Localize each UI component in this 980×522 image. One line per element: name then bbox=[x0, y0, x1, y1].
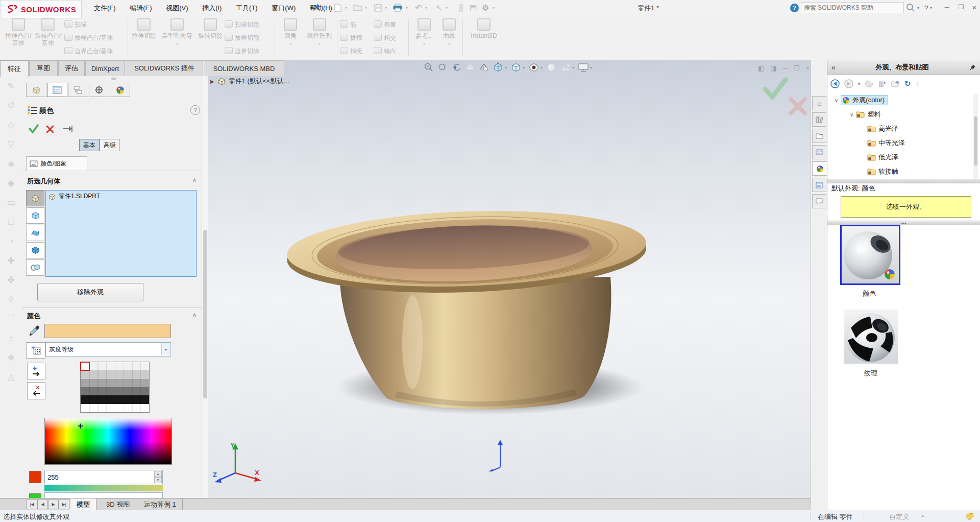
tab-addins[interactable]: SOLIDWORKS 插件 bbox=[126, 60, 203, 76]
tree-item-plastic[interactable]: ∨ 塑料 bbox=[850, 108, 880, 121]
wrap-button[interactable]: 包覆 bbox=[374, 20, 396, 29]
open-icon[interactable] bbox=[353, 3, 363, 13]
refresh-icon[interactable]: ↻ bbox=[904, 79, 911, 88]
selected-palette-swatch[interactable] bbox=[80, 362, 90, 371]
help-menu[interactable]: ? bbox=[924, 4, 928, 12]
filter-feature-button[interactable] bbox=[26, 259, 44, 276]
appearance-thumbnail-texture[interactable] bbox=[844, 310, 898, 364]
palette-row[interactable] bbox=[81, 404, 149, 412]
select-caret[interactable]: ▾ bbox=[446, 6, 448, 10]
print-icon[interactable] bbox=[393, 3, 403, 13]
tab-feature-manager[interactable] bbox=[26, 83, 46, 97]
red-channel-swatch[interactable] bbox=[29, 471, 41, 483]
tab-features[interactable]: 特征 bbox=[0, 60, 29, 77]
tab-custom-properties[interactable] bbox=[812, 178, 826, 192]
forward-icon[interactable] bbox=[844, 79, 853, 88]
appearance-thumbnail-color[interactable] bbox=[840, 225, 900, 285]
panel-scrollbar-thumb[interactable] bbox=[203, 230, 207, 398]
search-icon[interactable] bbox=[906, 3, 915, 12]
tab-appearances-scenes[interactable] bbox=[812, 161, 827, 176]
filter-body-button[interactable] bbox=[26, 207, 44, 224]
back-icon[interactable] bbox=[830, 79, 840, 88]
tab-mbd[interactable]: SOLIDWORKS MBD bbox=[204, 60, 284, 76]
tab-configuration-manager[interactable] bbox=[68, 83, 88, 97]
filter-face-button[interactable] bbox=[26, 225, 44, 241]
customize-caret[interactable]: ▴ bbox=[922, 514, 924, 518]
tab-evaluate[interactable]: 评估 bbox=[58, 60, 85, 76]
up-level-icon[interactable]: ↑ bbox=[916, 80, 919, 88]
color-section-collapse-icon[interactable]: ∧ bbox=[192, 312, 197, 318]
pane-splitter[interactable] bbox=[827, 179, 980, 183]
apply-scene-icon[interactable]: ▾ bbox=[560, 63, 574, 72]
fillet-button[interactable]: 圆角▾ bbox=[278, 18, 303, 48]
save-icon[interactable] bbox=[373, 3, 383, 13]
boundary-cut-button[interactable]: 边界切除 bbox=[225, 47, 259, 56]
channel-gradient-slider[interactable] bbox=[44, 485, 163, 491]
tag-icon[interactable] bbox=[965, 512, 974, 521]
mirror-button[interactable]: 镜向 bbox=[374, 47, 396, 56]
tab-motion-study[interactable]: 运动算例 1 bbox=[138, 499, 183, 510]
revolve-boss-button[interactable]: 旋转凸台/基体 bbox=[34, 18, 62, 46]
selected-geometry-list[interactable]: 零件1.SLDPRT bbox=[45, 190, 197, 277]
model-bowl[interactable] bbox=[250, 189, 699, 419]
boundary-boss-button[interactable]: 边界凸台/基体 bbox=[64, 47, 113, 56]
next-document-icon[interactable]: ◨ bbox=[770, 64, 776, 72]
tab-design-library[interactable] bbox=[812, 112, 826, 127]
search-input[interactable] bbox=[801, 2, 904, 13]
last-tab-button[interactable]: ▶| bbox=[59, 500, 69, 509]
menu-edit[interactable]: 编辑(E) bbox=[124, 0, 158, 16]
select-cursor-icon[interactable]: ↖ bbox=[434, 3, 444, 13]
loft-boss-button[interactable]: 放样凸台/基体 bbox=[64, 34, 113, 42]
intersect-button[interactable]: 相交 bbox=[374, 34, 396, 42]
extrude-cut-button[interactable]: 拉伸切除 bbox=[131, 18, 157, 39]
tab-model[interactable]: 模型 bbox=[70, 499, 96, 510]
graphics-viewport[interactable]: ▾ ▾ ▾ ▾ ▾ ◧ ◨ ─ ❐ × ▶ 零件1 (默认<<默认... bbox=[208, 60, 811, 498]
palette-row[interactable] bbox=[81, 395, 149, 404]
menu-file[interactable]: 文件(F) bbox=[88, 0, 122, 16]
history-caret[interactable]: ▾ bbox=[858, 82, 860, 86]
menu-insert[interactable]: 插入(I) bbox=[196, 0, 228, 16]
tree-item-medium-gloss[interactable]: 中等光泽 bbox=[867, 137, 905, 149]
help-caret[interactable]: ▾ bbox=[930, 6, 932, 10]
tree-expand-icon[interactable]: ▶ bbox=[210, 79, 214, 84]
extrude-boss-button[interactable]: 拉伸凸台/基体 bbox=[4, 18, 33, 46]
status-customize[interactable]: 自定义 bbox=[889, 512, 909, 521]
first-tab-button[interactable]: |◀ bbox=[27, 500, 37, 509]
restore-button[interactable]: ❐ bbox=[955, 2, 967, 12]
loft-cut-button[interactable]: 放样切割 bbox=[225, 34, 259, 42]
tab-view-palette[interactable] bbox=[812, 145, 826, 159]
tab-3d-views[interactable]: 3D 视图 bbox=[100, 499, 136, 510]
tree-scrollbar[interactable] bbox=[973, 94, 978, 181]
remove-swatch-button[interactable] bbox=[27, 382, 45, 399]
red-value-spinner[interactable]: ▲▼ bbox=[154, 471, 162, 483]
previous-document-icon[interactable]: ◧ bbox=[758, 64, 764, 72]
tab-forum[interactable] bbox=[812, 194, 826, 208]
eyedropper-icon[interactable] bbox=[28, 324, 41, 337]
close-button[interactable]: × bbox=[969, 2, 980, 12]
palette-select-caret[interactable]: ▾ bbox=[161, 343, 170, 355]
tab-dimxpert-manager[interactable] bbox=[89, 83, 109, 97]
pm-help-icon[interactable]: ? bbox=[190, 105, 200, 115]
tree-item-high-gloss[interactable]: 高光泽 bbox=[867, 123, 898, 135]
tree-item-appearances[interactable]: ∨ 外观(color) bbox=[835, 94, 888, 106]
palette-row[interactable] bbox=[81, 387, 149, 395]
filter-solid-button[interactable] bbox=[26, 242, 44, 258]
pane-pin-icon[interactable] bbox=[969, 64, 976, 71]
tab-dimxpert[interactable]: DimXpert bbox=[85, 60, 125, 76]
add-folder-icon[interactable]: ✳ bbox=[891, 80, 900, 87]
instant3d-button[interactable]: Instant3D bbox=[465, 18, 502, 39]
tree-item-low-gloss[interactable]: 低光泽 bbox=[867, 151, 898, 163]
menu-pin-icon[interactable] bbox=[312, 3, 321, 11]
palette-row[interactable] bbox=[81, 370, 149, 378]
open-caret[interactable]: ▾ bbox=[365, 6, 367, 10]
tab-solidworks-resources[interactable]: ⌂ bbox=[812, 96, 826, 110]
ok-button[interactable] bbox=[28, 124, 39, 134]
curves-button[interactable]: 曲线▾ bbox=[438, 18, 460, 48]
color-image-subtab[interactable]: 颜色/图象 bbox=[26, 156, 87, 171]
green-value-input[interactable] bbox=[44, 492, 163, 498]
current-color-swatch[interactable] bbox=[44, 324, 171, 338]
tab-property-manager[interactable] bbox=[47, 83, 67, 97]
bowl-body[interactable] bbox=[340, 277, 611, 409]
prev-tab-button[interactable]: ◀ bbox=[37, 500, 48, 509]
doc-restore-icon[interactable]: ❐ bbox=[794, 64, 800, 72]
